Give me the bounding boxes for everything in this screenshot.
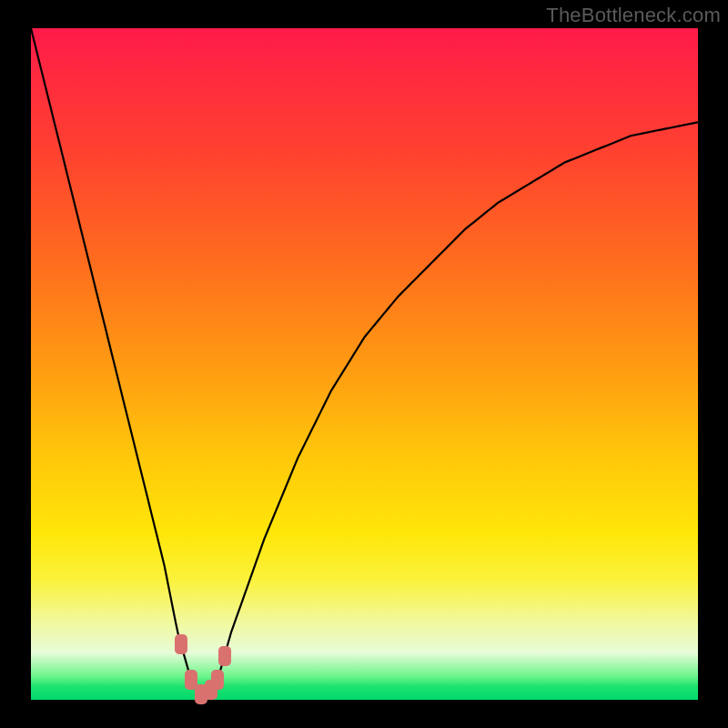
curve-marker [211, 670, 224, 690]
curve-marker [175, 634, 187, 654]
bottleneck-curve [31, 28, 698, 700]
chart-frame: TheBottleneck.com [0, 0, 728, 728]
watermark-text: TheBottleneck.com [546, 4, 721, 27]
curve-marker [218, 646, 231, 666]
plot-area [31, 28, 698, 700]
